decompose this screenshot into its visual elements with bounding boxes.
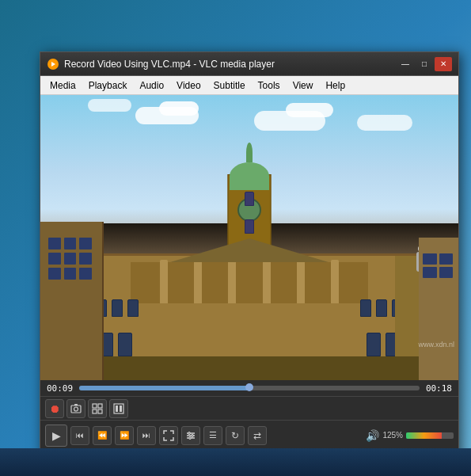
svg-point-16 [192, 434, 194, 436]
next-button[interactable]: ⏭ [137, 426, 156, 445]
menu-subtitle[interactable]: Subtitle [207, 78, 252, 93]
controls-row1: ⏺ [40, 396, 458, 420]
window-title: Record Video Using VLC.mp4 - VLC media p… [64, 59, 397, 70]
volume-label: 125% [382, 431, 403, 440]
svg-rect-5 [93, 404, 97, 408]
seek-area: 00:09 00:18 [40, 380, 458, 396]
svg-point-3 [74, 407, 78, 411]
title-bar: Record Video Using VLC.mp4 - VLC media p… [40, 52, 458, 76]
titlebar-buttons: — □ ✕ [397, 57, 452, 71]
volume-icon[interactable]: 🔊 [366, 429, 379, 442]
volume-area: 🔊 125% [366, 429, 454, 442]
menu-video[interactable]: Video [170, 78, 207, 93]
vlc-window: Record Video Using VLC.mp4 - VLC media p… [40, 51, 459, 471]
watermark: www.xdn.nl [418, 341, 454, 348]
rewind-button[interactable]: ⏪ [93, 426, 112, 445]
minimize-button[interactable]: — [397, 57, 414, 71]
seek-bar-fill [79, 386, 249, 390]
desktop: Record Video Using VLC.mp4 - VLC media p… [0, 0, 471, 476]
svg-rect-11 [120, 406, 122, 412]
current-time: 00:09 [47, 383, 73, 394]
svg-rect-2 [71, 406, 81, 413]
cloud-5 [357, 115, 412, 131]
menu-playback[interactable]: Playback [82, 78, 134, 93]
svg-rect-4 [74, 404, 78, 406]
vlc-icon [47, 58, 59, 70]
play-button[interactable]: ▶ [45, 425, 67, 447]
menu-tools[interactable]: Tools [252, 78, 287, 93]
loop-frame-button[interactable] [88, 399, 107, 418]
svg-rect-7 [93, 409, 97, 413]
svg-point-17 [189, 436, 192, 439]
fastforward-button[interactable]: ⏩ [115, 426, 134, 445]
svg-rect-10 [116, 406, 118, 412]
controls-row2: ▶ ⏮ ⏪ ⏩ ⏭ ☰ ↻ ⇄ [40, 420, 458, 450]
svg-rect-9 [114, 404, 123, 413]
frame-button[interactable] [109, 399, 128, 418]
cloud-2 [159, 101, 199, 116]
prev-button[interactable]: ⏮ [70, 426, 89, 445]
menu-help[interactable]: Help [319, 78, 351, 93]
extended-button[interactable] [181, 426, 200, 445]
seek-bar[interactable] [79, 386, 420, 390]
total-time: 00:18 [426, 383, 452, 394]
snapshot-button[interactable] [66, 399, 85, 418]
video-area: www.xdn.nl [40, 95, 458, 380]
repeat-button[interactable]: ↻ [226, 426, 245, 445]
menu-media[interactable]: Media [44, 78, 82, 93]
desktop-taskbar [0, 448, 471, 476]
menu-bar: Media Playback Audio Video Subtitle Tool… [40, 76, 458, 95]
close-button[interactable]: ✕ [435, 57, 452, 71]
record-button[interactable]: ⏺ [45, 399, 64, 418]
cloud-4 [286, 103, 333, 117]
seek-bar-handle[interactable] [245, 383, 253, 391]
right-building [419, 238, 458, 380]
video-content: www.xdn.nl [40, 95, 458, 380]
volume-bar[interactable] [406, 432, 454, 439]
svg-rect-8 [98, 409, 102, 413]
menu-view[interactable]: View [287, 78, 320, 93]
shuffle-button[interactable]: ⇄ [248, 426, 267, 445]
menu-audio[interactable]: Audio [133, 78, 170, 93]
volume-fill [406, 432, 442, 439]
maximize-button[interactable]: □ [416, 57, 433, 71]
left-building [40, 222, 104, 380]
cloud-6 [88, 99, 131, 112]
svg-rect-6 [98, 404, 102, 408]
playlist-button[interactable]: ☰ [203, 426, 222, 445]
fullscreen-button[interactable] [159, 426, 178, 445]
svg-point-15 [188, 432, 191, 434]
